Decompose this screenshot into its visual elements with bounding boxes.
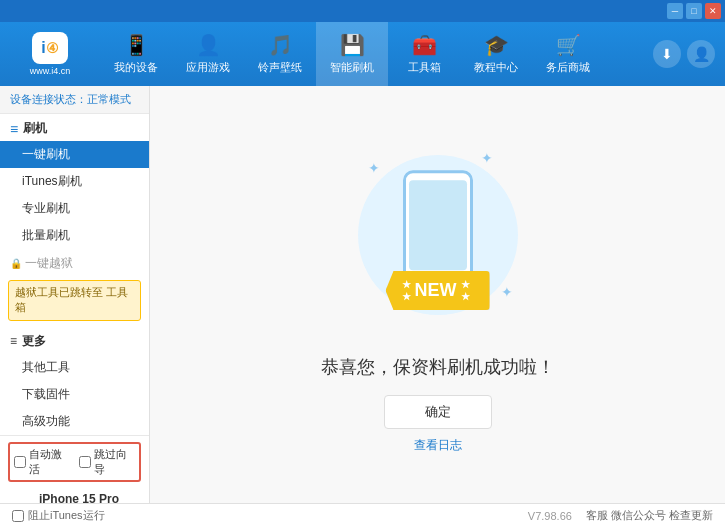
flash-section-header: ≡ 刷机 (0, 114, 149, 141)
more-section-header: ≡ 更多 (0, 327, 149, 354)
nav-item-my-device[interactable]: 📱 我的设备 (100, 22, 172, 86)
nav-item-ringtone[interactable]: 🎵 铃声壁纸 (244, 22, 316, 86)
flash-icon: ≡ (10, 121, 18, 137)
badge-stars-right: ★ ★ (461, 279, 470, 302)
header: i ④ www.i4.cn 📱 我的设备 👤 应用游戏 🎵 铃声壁纸 💾 智能刷… (0, 22, 725, 86)
connection-status: 设备连接状态：正常模式 (0, 86, 149, 114)
user-button[interactable]: 👤 (687, 40, 715, 68)
more-icon: ≡ (10, 334, 17, 348)
badge-stars: ★ ★ (402, 279, 411, 302)
device-name: iPhone 15 Pro Max (39, 492, 141, 503)
smart-flash-label: 智能刷机 (330, 60, 374, 75)
sparkle-3: ✦ (501, 284, 513, 300)
ringtone-label: 铃声壁纸 (258, 60, 302, 75)
nav-item-service[interactable]: 🛒 务后商城 (532, 22, 604, 86)
device-details: iPhone 15 Pro Max 512GB iPhone (39, 492, 141, 503)
footer-link-2[interactable]: 检查更新 (669, 509, 713, 521)
logo-url: www.i4.cn (30, 66, 71, 76)
sparkle-1: ✦ (368, 160, 380, 176)
nav-bar: 📱 我的设备 👤 应用游戏 🎵 铃声壁纸 💾 智能刷机 🧰 工具箱 🎓 教程中心… (100, 22, 653, 86)
nav-item-toolbox[interactable]: 🧰 工具箱 (388, 22, 460, 86)
nav-item-tutorial[interactable]: 🎓 教程中心 (460, 22, 532, 86)
app-games-label: 应用游戏 (186, 60, 230, 75)
toolbox-label: 工具箱 (408, 60, 441, 75)
footer: 阻止iTunes运行 V7.98.66 客服 微信公众号 检查更新 (0, 503, 725, 527)
success-message: 恭喜您，保资料刷机成功啦！ (321, 355, 555, 379)
footer-link-0[interactable]: 客服 (586, 509, 608, 521)
logo[interactable]: i ④ www.i4.cn (10, 32, 90, 76)
itunes-label: 阻止iTunes运行 (28, 508, 105, 523)
maximize-button[interactable]: □ (686, 3, 702, 19)
app-games-icon: 👤 (196, 33, 221, 57)
footer-right: V7.98.66 客服 微信公众号 检查更新 (528, 508, 713, 523)
log-link[interactable]: 查看日志 (414, 437, 462, 454)
device-info: 📱 iPhone 15 Pro Max 512GB iPhone (8, 488, 141, 503)
tutorial-icon: 🎓 (484, 33, 509, 57)
sidebar-item-other-tools[interactable]: 其他工具 (0, 354, 149, 381)
logo-icon: i ④ (32, 32, 68, 64)
activation-options: 自动激活 跳过向导 (8, 442, 141, 482)
guide-activate-checkbox[interactable] (79, 456, 91, 468)
titlebar: ─ □ ✕ (0, 0, 725, 22)
sidebar-item-pro-flash[interactable]: 专业刷机 (0, 195, 149, 222)
service-icon: 🛒 (556, 33, 581, 57)
footer-links: 客服 微信公众号 检查更新 (586, 508, 713, 523)
guide-activate-item[interactable]: 跳过向导 (79, 447, 136, 477)
lock-icon: 🔒 (10, 258, 22, 269)
nav-item-smart-flash[interactable]: 💾 智能刷机 (316, 22, 388, 86)
footer-left: 阻止iTunes运行 (12, 508, 528, 523)
footer-link-1[interactable]: 微信公众号 (611, 509, 666, 521)
my-device-label: 我的设备 (114, 60, 158, 75)
service-label: 务后商城 (546, 60, 590, 75)
sidebar-item-itunes-flash[interactable]: iTunes刷机 (0, 168, 149, 195)
sidebar-item-advanced[interactable]: 高级功能 (0, 408, 149, 435)
phone-screen (409, 180, 467, 270)
minimize-button[interactable]: ─ (667, 3, 683, 19)
phone-illustration: ✦ ✦ ✦ ★ ★ NEW ★ ★ (338, 135, 538, 335)
toolbox-icon: 🧰 (412, 33, 437, 57)
nav-item-app-games[interactable]: 👤 应用游戏 (172, 22, 244, 86)
itunes-block-checkbox[interactable] (12, 510, 24, 522)
sidebar: 设备连接状态：正常模式 ≡ 刷机 一键刷机iTunes刷机专业刷机批量刷机 🔒 … (0, 86, 150, 503)
sidebar-item-batch-flash[interactable]: 批量刷机 (0, 222, 149, 249)
auto-activate-checkbox[interactable] (14, 456, 26, 468)
main-layout: 设备连接状态：正常模式 ≡ 刷机 一键刷机iTunes刷机专业刷机批量刷机 🔒 … (0, 86, 725, 503)
confirm-button[interactable]: 确定 (384, 395, 492, 429)
nav-right: ⬇ 👤 (653, 40, 715, 68)
download-button[interactable]: ⬇ (653, 40, 681, 68)
disabled-section-header: 🔒 一键越狱 (0, 249, 149, 276)
new-badge: ★ ★ NEW ★ ★ (386, 271, 490, 310)
my-device-icon: 📱 (124, 33, 149, 57)
sidebar-footer: 自动激活 跳过向导 📱 iPhone 15 Pro Max 512GB iPho… (0, 435, 149, 503)
warning-box: 越狱工具已跳转至 工具箱 (8, 280, 141, 321)
smart-flash-icon: 💾 (340, 33, 365, 57)
main-content: ✦ ✦ ✦ ★ ★ NEW ★ ★ 恭喜您，保资料刷机成功啦！ 确定 (150, 86, 725, 503)
close-button[interactable]: ✕ (705, 3, 721, 19)
sidebar-item-download-firmware[interactable]: 下载固件 (0, 381, 149, 408)
sparkle-2: ✦ (481, 150, 493, 166)
tutorial-label: 教程中心 (474, 60, 518, 75)
version-label: V7.98.66 (528, 510, 572, 522)
sidebar-item-one-key-flash[interactable]: 一键刷机 (0, 141, 149, 168)
badge-text: NEW (415, 280, 457, 301)
auto-activate-item[interactable]: 自动激活 (14, 447, 71, 477)
ringtone-icon: 🎵 (268, 33, 293, 57)
